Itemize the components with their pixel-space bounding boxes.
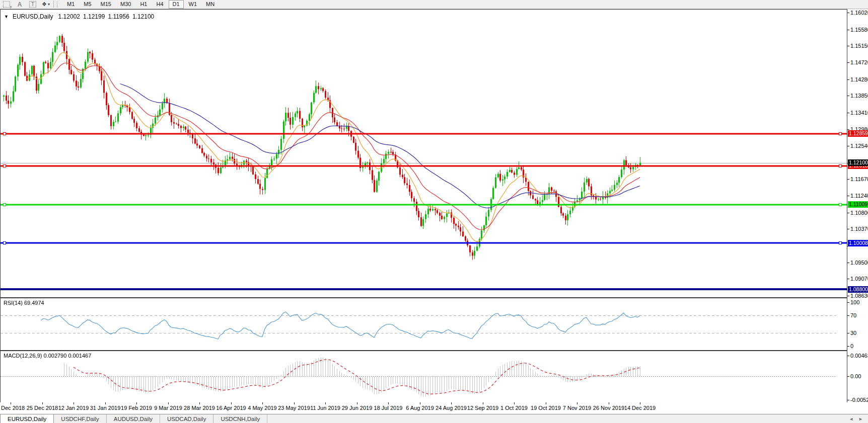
price-tick-dash: [847, 263, 849, 263]
timeframe-button-w1[interactable]: W1: [185, 0, 201, 9]
tabbar-spacer: [267, 414, 844, 423]
date-label: 16 Apr 2019: [216, 405, 246, 411]
date-tick: [11, 402, 11, 404]
timeframe-button-d1[interactable]: D1: [169, 0, 184, 9]
price-tick-dash: [847, 213, 849, 213]
price-tick-label: 1.11670: [850, 176, 868, 182]
date-label: 9 Mar 2019: [154, 405, 182, 411]
date-tick: [577, 402, 577, 404]
rsi-panel: RSI(14) 69.4974 10070300: [0, 298, 868, 350]
hline-price-badge: 1.12859: [848, 130, 868, 137]
price-tick-dash: [847, 146, 849, 146]
macd-tick-dash: [847, 356, 849, 356]
ohlc-low: 1.11956: [108, 13, 129, 20]
macd-tick-label: 0.00463: [850, 353, 868, 359]
date-label: 19 Oct 2019: [531, 405, 561, 411]
frame-f-icon[interactable]: [3, 1, 11, 8]
macd-chart-canvas[interactable]: [1, 351, 847, 402]
price-tick-dash: [847, 279, 849, 279]
price-tick-dash: [847, 30, 849, 30]
date-label: 24 Aug 2019: [436, 405, 467, 411]
hline-price-badge: 1.11009: [848, 201, 868, 208]
macd-panel: MACD(12,26,9) 0.002790 0.001467 0.004630…: [0, 351, 868, 402]
price-tick-dash: [847, 46, 849, 46]
date-tick: [325, 402, 326, 404]
date-label: 19 Feb 2019: [121, 405, 152, 411]
chart-tab-usdcad[interactable]: USDCAD,Daily: [160, 414, 213, 423]
date-label: 31 Jan 2019: [90, 405, 121, 411]
price-tick-label: 1.15150: [850, 43, 868, 49]
price-tick-label: 1.10800: [850, 210, 868, 216]
price-tick-label: 1.13410: [850, 110, 868, 116]
hline-price-badge: 1.08800: [848, 286, 868, 293]
date-label: 18 Jul 2019: [374, 405, 403, 411]
price-tick-label: 1.16020: [850, 10, 868, 16]
chart-tab-usdchf[interactable]: USDCHF,Daily: [54, 414, 106, 423]
ohlc-high: 1.12199: [83, 13, 105, 20]
date-tick: [514, 402, 515, 404]
rsi-tick-label: 30: [850, 330, 856, 336]
date-tick: [74, 402, 74, 404]
text-box-t-icon[interactable]: T: [29, 1, 37, 8]
price-tick-dash: [847, 113, 849, 113]
date-tick: [42, 402, 43, 404]
price-tick-label: 1.12540: [850, 143, 868, 149]
toolbar-grip: [53, 2, 57, 8]
date-tick: [136, 402, 137, 404]
price-tick-dash: [847, 13, 849, 13]
timeframe-button-m1[interactable]: M1: [63, 0, 79, 9]
macd-label: MACD(12,26,9) 0.002790 0.001467: [4, 353, 91, 359]
top-toolbar: A T ❖▾ M1M5M15M30H1H4D1W1MN: [0, 0, 868, 9]
price-tick-dash: [847, 229, 849, 229]
timeframe-button-m15[interactable]: M15: [97, 0, 115, 9]
date-tick: [640, 402, 640, 404]
rsi-chart-canvas[interactable]: [1, 298, 847, 349]
chart-dropdown-icon[interactable]: ▼: [4, 14, 9, 19]
date-label: 7 Nov 2019: [563, 405, 591, 411]
date-tick: [451, 402, 452, 404]
date-label: 1 Oct 2019: [500, 405, 528, 411]
date-tick: [294, 402, 295, 404]
price-tick-dash: [847, 196, 849, 196]
date-label: 6 Aug 2019: [406, 405, 434, 411]
date-label: 14 Dec 2019: [624, 405, 656, 411]
date-tick: [420, 402, 420, 404]
chart-tab-eurusd[interactable]: EURUSD,Daily: [0, 414, 54, 423]
dropdown-caret-icon[interactable]: ▾: [48, 2, 50, 7]
date-tick: [199, 402, 200, 404]
date-tick: [609, 402, 609, 404]
rsi-axis: 10070300: [847, 298, 868, 350]
chart-tab-audusd[interactable]: AUDUSD,Daily: [107, 414, 160, 423]
price-tick-label: 1.11240: [850, 193, 868, 199]
timeframe-button-h1[interactable]: H1: [136, 0, 151, 9]
timeframe-button-group: M1M5M15M30H1H4D1W1MN: [62, 0, 219, 9]
price-chart-canvas[interactable]: [1, 10, 847, 296]
cycle-arrows-icon[interactable]: ❖▾: [42, 1, 50, 8]
date-label: 6 Dec 2018: [0, 405, 25, 411]
chart-title: ▼ EURUSD,Daily 1.12002 1.12199 1.11956 1…: [4, 13, 154, 20]
ohlc-open: 1.12002: [58, 13, 80, 20]
tab-scroll-left-icon[interactable]: ◄: [849, 416, 853, 421]
macd-tick-label: 0.00: [850, 373, 861, 379]
chart-tab-bar: EURUSD,DailyUSDCHF,DailyAUDUSD,DailyUSDC…: [0, 414, 868, 423]
timeframe-button-m30[interactable]: M30: [116, 0, 135, 9]
timeframe-button-mn[interactable]: MN: [202, 0, 219, 9]
hline-price-badge: 1.10008: [848, 240, 868, 246]
date-label: 25 Dec 2018: [27, 405, 58, 411]
timeframe-button-h4[interactable]: H4: [152, 0, 167, 9]
text-a-icon[interactable]: A: [16, 1, 24, 8]
current-price-badge: 1.12100: [848, 159, 868, 166]
rsi-tick-label: 100: [850, 299, 859, 305]
price-chart-panel: ▼ EURUSD,Daily 1.12002 1.12199 1.11956 1…: [0, 9, 868, 297]
date-label: 23 May 2019: [278, 405, 310, 411]
ohlc-close: 1.12100: [132, 13, 154, 20]
date-tick: [231, 402, 232, 404]
price-tick-dash: [847, 296, 849, 296]
chart-tab-usdcnh[interactable]: USDCNH,Daily: [213, 414, 267, 423]
date-tick: [168, 402, 169, 404]
price-tick-dash: [847, 179, 849, 180]
macd-tick-dash: [847, 400, 849, 400]
rsi-tick-dash: [847, 302, 849, 303]
timeframe-button-m5[interactable]: M5: [80, 0, 95, 9]
tab-scroll-right-icon[interactable]: ►: [858, 416, 863, 421]
